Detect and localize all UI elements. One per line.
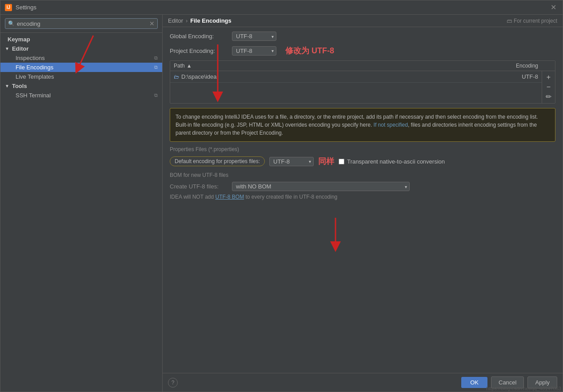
arrow-icon: ▼ xyxy=(5,46,9,51)
help-button[interactable]: ? xyxy=(168,378,178,388)
sidebar-item-tools[interactable]: ▼ Tools xyxy=(0,81,162,91)
search-input[interactable] xyxy=(17,20,147,27)
clear-icon[interactable]: ✕ xyxy=(149,20,155,27)
sidebar-item-label: Live Templates xyxy=(16,73,54,80)
sidebar-item-inspections[interactable]: Inspections ⧉ xyxy=(0,53,162,63)
bom-section-title: BOM for new UTF-8 files xyxy=(170,172,555,178)
info-link[interactable]: If not specified xyxy=(374,122,408,128)
create-utf8-label: Create UTF-8 files: xyxy=(170,183,228,190)
bottom-buttons: OK Cancel Apply xyxy=(461,376,557,388)
add-row-button[interactable]: + xyxy=(543,73,554,82)
table-rows: 🗁 D:\space\idea UTF-8 xyxy=(170,71,542,103)
table-side-buttons: + − ✏ xyxy=(542,71,555,103)
properties-encoding-row: Default encoding for properties files: U… xyxy=(170,156,555,167)
transparent-label: Transparent native-to-ascii conversion xyxy=(347,158,445,165)
search-wrapper: 🔍 ✕ xyxy=(5,18,158,29)
breadcrumb-parent: Editor xyxy=(168,17,183,24)
project-encoding-select-wrapper[interactable]: UTF-8 ISO-8859-1 GBK xyxy=(232,46,276,56)
project-encoding-row: Project Encoding: UTF-8 ISO-8859-1 GBK 修… xyxy=(170,45,555,56)
ok-button[interactable]: OK xyxy=(461,377,487,388)
global-encoding-select-wrapper[interactable]: UTF-8 ISO-8859-1 GBK xyxy=(232,32,276,41)
folder-icon: 🗁 xyxy=(174,74,179,80)
properties-encoding-select-wrapper[interactable]: UTF-8 ISO-8859-1 GBK xyxy=(269,157,314,166)
table-row: 🗁 D:\space\idea UTF-8 xyxy=(170,71,542,83)
table-body: 🗁 D:\space\idea UTF-8 + − ✏ xyxy=(170,71,555,103)
col-encoding-header: Encoding xyxy=(485,63,538,69)
annotation-same: 同样 xyxy=(318,156,334,167)
copy-icon: ⧉ xyxy=(154,92,158,98)
sidebar-item-editor[interactable]: ▼ Editor xyxy=(0,44,162,53)
arrow-icon: ▼ xyxy=(5,84,9,88)
right-panel: Editor › File Encodings 🗃 For current pr… xyxy=(163,15,563,392)
global-encoding-row: Global Encoding: UTF-8 ISO-8859-1 GBK xyxy=(170,32,555,41)
path-encoding-table: Path ▲ Encoding 🗁 D:\space\idea UTF-8 xyxy=(170,60,555,104)
global-encoding-select[interactable]: UTF-8 ISO-8859-1 GBK xyxy=(232,32,276,41)
table-header: Path ▲ Encoding xyxy=(170,61,555,71)
search-icon: 🔍 xyxy=(8,20,15,27)
cancel-button[interactable]: Cancel xyxy=(491,376,524,388)
edit-row-button[interactable]: ✏ xyxy=(543,92,554,101)
sidebar-item-label: Tools xyxy=(12,83,27,89)
transparent-checkbox[interactable] xyxy=(339,159,344,164)
window-title: Settings xyxy=(16,4,549,11)
sidebar-tree: Keymap ▼ Editor Inspections ⧉ File Encod… xyxy=(0,33,162,392)
bom-select-wrapper[interactable]: with NO BOM with BOM xyxy=(232,182,410,191)
info-text: To change encoding IntelliJ IDEA uses fo… xyxy=(176,114,538,136)
global-encoding-label: Global Encoding: xyxy=(170,33,228,40)
row-path: D:\space\idea xyxy=(181,73,485,80)
project-link[interactable]: 🗃 For current project xyxy=(507,18,557,24)
col-path-header: Path ▲ xyxy=(174,63,485,69)
title-bar: IJ Settings ✕ xyxy=(0,0,563,15)
sidebar-item-live-templates[interactable]: Live Templates xyxy=(0,72,162,81)
settings-content: Global Encoding: UTF-8 ISO-8859-1 GBK Pr… xyxy=(163,27,563,373)
main-content: 🔍 ✕ Keymap ▼ Editor xyxy=(0,15,563,392)
app-icon: IJ xyxy=(5,4,12,11)
properties-encoding-select[interactable]: UTF-8 ISO-8859-1 GBK xyxy=(269,157,314,166)
copy-icon: ⧉ xyxy=(154,55,158,61)
settings-window: IJ Settings ✕ 🔍 ✕ Keymap xyxy=(0,0,563,392)
bom-select[interactable]: with NO BOM with BOM xyxy=(232,182,410,191)
sidebar-item-label: Editor xyxy=(12,45,29,52)
sidebar-item-file-encodings[interactable]: File Encodings ⧉ xyxy=(0,63,162,72)
project-encoding-select[interactable]: UTF-8 ISO-8859-1 GBK xyxy=(232,46,276,56)
bom-note-link[interactable]: UTF-8 BOM xyxy=(215,194,244,200)
sidebar-item-label: Inspections xyxy=(16,55,45,61)
transparent-checkbox-row: Transparent native-to-ascii conversion xyxy=(339,158,445,165)
search-box: 🔍 ✕ xyxy=(0,15,162,33)
breadcrumb: Editor › File Encodings 🗃 For current pr… xyxy=(163,15,563,27)
bom-section: BOM for new UTF-8 files Create UTF-8 fil… xyxy=(170,172,555,200)
sidebar-item-keymap[interactable]: Keymap xyxy=(0,35,162,44)
copy-icon: ⧉ xyxy=(154,64,158,70)
sidebar-item-label: File Encodings xyxy=(16,64,53,71)
sort-icon: ▲ xyxy=(187,63,192,69)
properties-section-title: Properties Files (*.properties) xyxy=(170,146,555,152)
sidebar: 🔍 ✕ Keymap ▼ Editor xyxy=(0,15,163,392)
project-encoding-label: Project Encoding: xyxy=(170,48,228,54)
row-encoding: UTF-8 xyxy=(485,73,538,80)
bom-note-suffix: to every created file in UTF-8 encoding xyxy=(244,194,337,200)
breadcrumb-separator: › xyxy=(186,17,188,24)
remove-row-button[interactable]: − xyxy=(543,83,554,92)
breadcrumb-current: File Encodings xyxy=(190,17,231,24)
sidebar-item-label: Keymap xyxy=(8,36,30,43)
apply-button[interactable]: Apply xyxy=(527,376,557,388)
bom-row: Create UTF-8 files: with NO BOM with BOM xyxy=(170,182,555,191)
sidebar-item-ssh-terminal[interactable]: SSH Terminal ⧉ xyxy=(0,91,162,100)
project-link-label: For current project xyxy=(514,18,557,24)
default-encoding-label: Default encoding for properties files: xyxy=(170,156,265,166)
info-box: To change encoding IntelliJ IDEA uses fo… xyxy=(170,108,555,142)
close-button[interactable]: ✕ xyxy=(549,3,558,12)
bottom-bar: ? OK Cancel Apply xyxy=(163,373,563,392)
bom-note-prefix: IDEA will NOT add xyxy=(170,194,215,200)
properties-section: Properties Files (*.properties) Default … xyxy=(170,146,555,167)
sidebar-item-label: SSH Terminal xyxy=(16,92,51,99)
bom-note: IDEA will NOT add UTF-8 BOM to every cre… xyxy=(170,194,555,200)
annotation-change: 修改为 UTF-8 xyxy=(285,45,334,56)
project-icon: 🗃 xyxy=(507,18,512,24)
